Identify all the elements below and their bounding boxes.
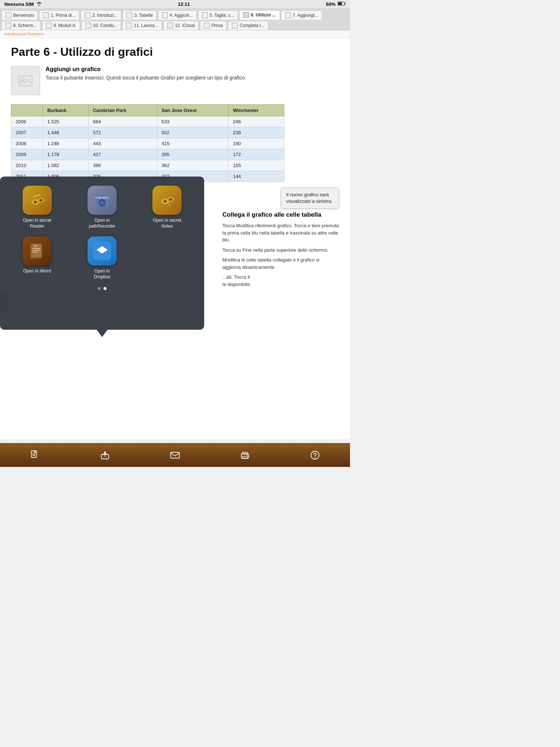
right-para-1: Tocca Modifica riferimenti grafico. Tocc… [222,222,339,244]
svg-rect-2 [338,2,342,5]
popup-overlay: Open in secret Reader COME BACK Open in … [0,177,204,330]
bottom-bar [0,443,350,467]
battery-label: 60% [326,1,335,7]
svg-rect-32 [32,453,34,454]
table-cell-r4-c2: 386 [88,160,157,171]
app-label-pathrecorder: Open in pathRecorder [86,218,118,229]
svg-point-39 [247,455,248,456]
table-cell-r4-c0: 2010 [11,160,43,171]
svg-text:COME BACK: COME BACK [95,197,109,199]
popup-item-dropbox[interactable]: Open in Dropbox [72,236,132,280]
tab-icon [85,12,90,18]
tab-4[interactable]: 4. Aggiunt... [158,10,197,20]
tab-icon [162,12,168,18]
table-cell-r2-c4: 190 [229,138,284,149]
tab-3[interactable]: 3. Tabelle [122,10,157,20]
table-cell-r0-c0: 2006 [11,116,43,127]
status-left: Nessuna SIM [4,1,42,7]
table-cell-r0-c3: 533 [157,116,228,127]
tab-2[interactable]: 2. Introduzi... [81,10,121,20]
app-label-secret-reader: Open in secret Reader [21,218,54,229]
tab-icon [43,12,49,18]
table-cell-r2-c3: 415 [157,138,228,149]
status-time: 12:11 [178,1,190,7]
dot-1 [98,287,101,290]
tab-prova[interactable]: Prova [200,21,227,30]
tab-11[interactable]: 11. Lavora... [122,21,162,30]
app-icon-iword: W [23,236,52,266]
svg-point-41 [315,457,315,458]
tab-completa[interactable]: Completa l... [228,21,268,30]
tab-label: 8. Scherm... [13,23,37,28]
svg-rect-35 [171,452,179,458]
table-cell-r2-c1: 1.248 [43,138,88,149]
svg-point-7 [34,201,36,203]
table-row: 20061.525684533246 [11,116,284,127]
popup-row2: W Open in iWord Open in Dropbox [7,236,197,280]
right-para-4: ...ati. Tocca il le disponibile. [222,274,339,288]
tab-label: Completa l... [240,23,264,28]
table-header-0 [11,105,43,116]
tab-benvenuto[interactable]: Benvenuto [1,10,38,20]
popup-item-pathrecorder[interactable]: COME BACK Open in pathRecorder [72,186,132,229]
share-button[interactable] [97,447,113,463]
tab-icon [202,12,208,18]
tab-icon [5,23,11,28]
status-bar: Nessuna SIM 12:11 60% [0,0,350,9]
tab-label: 2. Introduzi... [92,13,117,18]
file-button[interactable] [27,447,43,463]
table-row: 20101.082386362155 [11,160,284,171]
svg-point-40 [311,451,319,459]
dot-2 [104,287,106,290]
wifi-icon [36,1,42,7]
app-icon-dropbox [88,236,117,266]
tab-label: Benvenuto [13,13,34,18]
table-row: 20071.448572502238 [11,127,284,138]
tab-7[interactable]: 7. Aggiungt... [281,10,322,20]
table-cell-r1-c4: 238 [229,127,284,138]
tab-9[interactable]: 9. Moduli d. [42,21,80,30]
table-cell-r3-c4: 172 [229,149,284,160]
tab-12[interactable]: 12. iCloud [163,21,199,30]
image-placeholder [11,66,40,95]
table-row: 20091.178427395172 [11,149,284,160]
tab-10[interactable]: 10. Condiv... [81,21,121,30]
help-button[interactable] [307,447,323,463]
tab-icon [243,12,249,18]
table-cell-r1-c2: 572 [88,127,157,138]
app-icon-pathrecorder: COME BACK [88,186,117,215]
right-content: Collega il grafico alle celle tabella To… [211,206,350,296]
table-header-3: San Jose Ovest [157,105,228,116]
tab-5[interactable]: 5. Taglia, c... [198,10,238,20]
table-cell-r5-c4: 144 [229,171,284,182]
popup-item-iword[interactable]: W Open in iWord [7,236,67,280]
tab-icon [204,23,210,28]
popup-item-secret-reader[interactable]: Open in secret Reader [7,186,67,229]
table-cell-r4-c3: 362 [157,160,228,171]
tab-6-active[interactable]: 6. Utilizzo ... [239,10,280,20]
tab-icon [232,23,238,28]
table-cell-r3-c2: 427 [88,149,157,160]
tab-label: 10. Condiv... [93,23,117,28]
tab-icon [5,12,11,18]
svg-point-17 [164,200,166,202]
tab-8[interactable]: 8. Scherm... [1,21,41,30]
mail-button[interactable] [167,447,183,463]
tab-icon [46,23,52,28]
table-cell-r0-c4: 246 [229,116,284,127]
table-cell-r2-c0: 2008 [11,138,43,149]
info-text: Aggiungi un grafico Tocca il pulsante In… [46,66,246,82]
tab-label: 3. Tabelle [134,13,153,18]
status-right: 60% [326,1,346,7]
svg-rect-3 [19,76,32,86]
popup-dots [7,287,197,290]
svg-point-8 [40,200,42,201]
info-section: Aggiungi un grafico Tocca il pulsante In… [11,66,339,95]
table-cell-r4-c4: 155 [229,160,284,171]
svg-rect-31 [32,455,35,456]
tab-1[interactable]: 1. Prima di... [39,10,79,20]
print-button[interactable] [237,447,253,463]
popup-item-secret-notes[interactable]: Open in secret Notes [137,186,197,229]
svg-point-18 [170,199,172,201]
right-para-3: Modifica le celle tabella collegate e il… [222,256,339,271]
